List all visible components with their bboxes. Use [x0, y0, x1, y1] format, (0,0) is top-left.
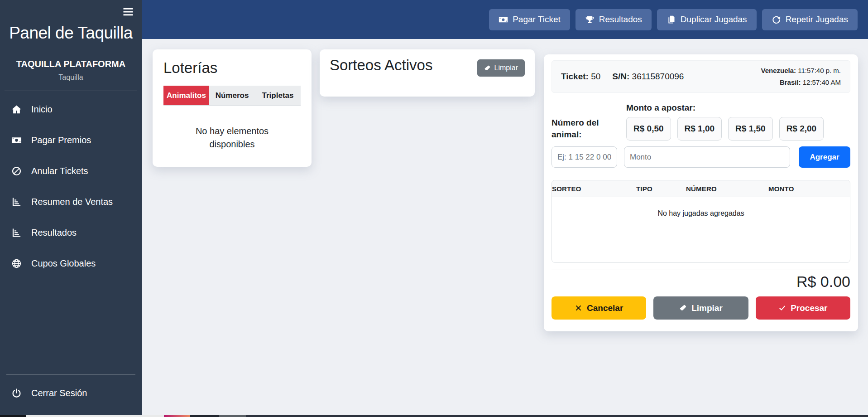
eraser-icon — [484, 65, 491, 72]
ticket-panel: Ticket: 50 S/N: 36115870096 Venezuela: 1… — [544, 54, 858, 331]
tab-tripletas[interactable]: Tripletas — [255, 86, 301, 105]
serial-label: S/N: — [612, 72, 629, 81]
sidebar-item-resumen-de-ventas[interactable]: Resumen de Ventas — [0, 186, 142, 217]
topbar: Pagar Ticket Resultados Duplicar Jugadas… — [142, 0, 868, 39]
tab-numeros[interactable]: Números — [209, 86, 255, 105]
column-header-label: MONTO — [768, 185, 794, 193]
topbar-button-label: Duplicar Jugadas — [681, 15, 747, 24]
ticket-identifiers: Ticket: 50 S/N: 36115870096 — [561, 72, 684, 82]
bottom-edge-segment — [219, 415, 246, 417]
ban-icon — [11, 166, 22, 176]
amount-button-label: R$ 0,50 — [633, 124, 664, 133]
sidebar-item-label: Inicio — [31, 104, 53, 115]
sidebar-item-cerrar-sesion[interactable]: Cerrar Sesión — [0, 378, 142, 408]
loterias-title: Loterías — [163, 59, 301, 77]
redo-icon — [772, 15, 781, 24]
sidebar-item-label: Anular Tickets — [31, 166, 88, 176]
amount-1-00-button[interactable]: R$ 1,00 — [677, 117, 722, 141]
sidebar-divider — [5, 91, 137, 91]
user-role: Taquilla — [0, 73, 142, 82]
agregar-button[interactable]: Agregar — [799, 146, 850, 168]
column-header-monto: MONTO — [768, 185, 850, 193]
amount-button-label: R$ 1,50 — [735, 124, 766, 133]
ticket-header: Ticket: 50 S/N: 36115870096 Venezuela: 1… — [551, 60, 850, 93]
sidebar-item-label: Cupos Globales — [31, 258, 96, 269]
trophy-icon — [585, 15, 595, 24]
eraser-icon — [679, 304, 687, 312]
cancelar-button[interactable]: Cancelar — [551, 296, 646, 320]
total-amount: R$ 0.00 — [551, 273, 850, 291]
main-content: Loterías Animalitos Números Tripletas No… — [142, 39, 868, 415]
resultados-button[interactable]: Resultados — [575, 9, 652, 30]
amount-1-50-button[interactable]: R$ 1,50 — [728, 117, 773, 141]
limpiar-label: Limpiar — [691, 303, 723, 313]
topbar-button-label: Repetir Jugadas — [786, 15, 848, 24]
animal-number-input[interactable] — [551, 146, 617, 168]
pagar-ticket-button[interactable]: Pagar Ticket — [489, 9, 570, 30]
ticket-number: Ticket: 50 — [561, 72, 600, 82]
plays-table-header: SORTEOTIPONÚMEROMONTO — [552, 180, 850, 197]
duplicar-jugadas-button[interactable]: Duplicar Jugadas — [657, 9, 757, 30]
sorteos-limpiar-button[interactable]: Limpiar — [477, 59, 525, 77]
procesar-label: Procesar — [791, 303, 827, 313]
chart-bar-icon — [11, 228, 22, 238]
tab-label: Animalitos — [167, 91, 206, 100]
brasil-label: Brasil: — [780, 78, 801, 86]
column-header-numero: NÚMERO — [686, 185, 768, 193]
bottom-window-edge — [0, 415, 868, 417]
column-header-tipo: TIPO — [636, 185, 686, 193]
copy-icon — [667, 15, 676, 24]
clock-block: Venezuela: 11:57:40 p. m. Brasil: 12:57:… — [761, 65, 841, 89]
bottom-edge-segment — [0, 415, 26, 417]
venezuela-label: Venezuela: — [761, 67, 796, 74]
check-icon — [778, 304, 786, 312]
logout-section: Cerrar Sesión — [0, 374, 142, 408]
sidebar-item-inicio[interactable]: Inicio — [0, 94, 142, 125]
sidebar: Panel de Taquilla TAQUILLA PLATAFORMA Ta… — [0, 0, 142, 415]
logout-label: Cerrar Sesión — [31, 388, 87, 398]
venezuela-time: Venezuela: 11:57:40 p. m. — [761, 65, 841, 77]
sidebar-item-label: Pagar Premios — [31, 135, 91, 145]
cancelar-label: Cancelar — [587, 303, 623, 313]
procesar-button[interactable]: Procesar — [756, 296, 850, 320]
tab-animalitos[interactable]: Animalitos — [163, 86, 209, 105]
column-header-label: SORTEO — [552, 185, 581, 193]
page-title: Panel de Taquilla — [0, 24, 142, 43]
money-bill-icon — [499, 15, 508, 24]
globe-icon — [11, 258, 22, 269]
amount-section-label: Monto a apostar: — [626, 103, 850, 113]
repetir-jugadas-button[interactable]: Repetir Jugadas — [762, 9, 858, 30]
sidebar-item-cupos-globales[interactable]: Cupos Globales — [0, 248, 142, 279]
amount-0-50-button[interactable]: R$ 0,50 — [626, 117, 671, 141]
bet-inputs-row: Agregar — [551, 146, 850, 168]
sidebar-nav: Inicio Pagar Premios Anular Tickets Resu… — [0, 94, 142, 279]
home-icon — [11, 104, 22, 115]
brasil-time: Brasil: 12:57:40 AM — [761, 77, 841, 88]
topbar-button-label: Pagar Ticket — [513, 15, 561, 24]
plays-empty-row — [552, 230, 850, 262]
topbar-button-label: Resultados — [599, 15, 642, 24]
chart-bar-icon — [11, 197, 22, 207]
bottom-edge-segment — [246, 415, 868, 417]
sidebar-item-resultados[interactable]: Resultados — [0, 217, 142, 248]
power-icon — [11, 388, 22, 398]
amount-2-00-button[interactable]: R$ 2,00 — [779, 117, 824, 141]
amount-button-label: R$ 1,00 — [685, 124, 715, 133]
animal-number-label: Número del animal: — [551, 117, 606, 140]
x-icon — [575, 304, 582, 312]
ticket-label: Ticket: — [561, 72, 589, 81]
amount-input[interactable] — [624, 146, 790, 168]
venezuela-time-value: 11:57:40 p. m. — [798, 67, 841, 74]
sidebar-item-label: Resultados — [31, 228, 77, 238]
sidebar-item-anular-tickets[interactable]: Anular Tickets — [0, 155, 142, 186]
plays-table: SORTEOTIPONÚMEROMONTO No hay jugadas agr… — [551, 180, 850, 263]
loterias-empty-message: No hay elementos disponibles — [185, 125, 280, 151]
limpiar-button[interactable]: Limpiar — [653, 296, 748, 320]
hamburger-menu-icon[interactable] — [122, 5, 134, 18]
quick-amount-buttons: R$ 0,50 R$ 1,00 R$ 1,50 R$ 2,00 — [626, 117, 850, 141]
platform-name: TAQUILLA PLATAFORMA — [0, 59, 142, 69]
sidebar-item-pagar-premios[interactable]: Pagar Premios — [0, 125, 142, 155]
ticket-number-value: 50 — [591, 72, 600, 81]
sorteos-title: Sorteos Activos — [330, 57, 432, 74]
column-header-sorteo: SORTEO — [552, 185, 636, 193]
